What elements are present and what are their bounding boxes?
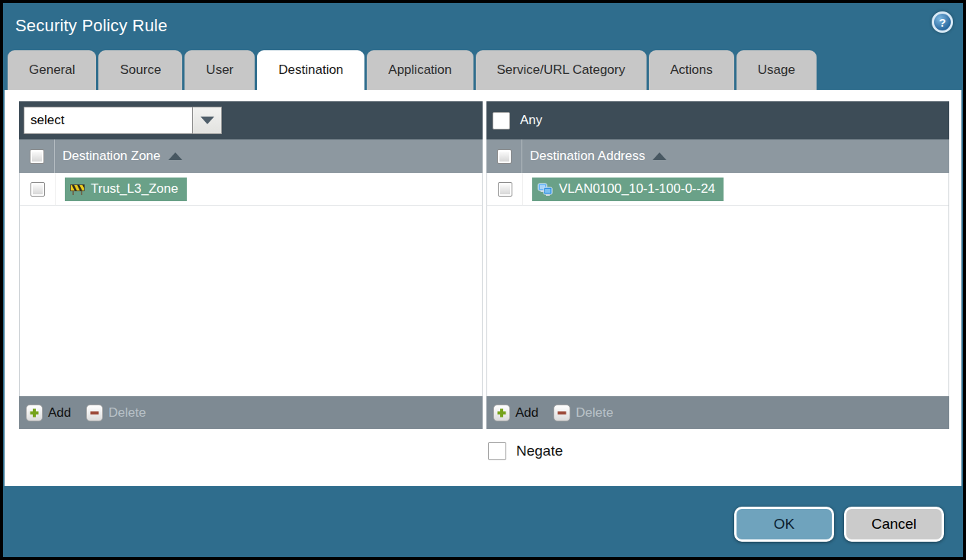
- dialog-footer: OK Cancel: [3, 486, 963, 557]
- address-panel-toolbar-top: Any: [486, 101, 949, 139]
- zone-chip[interactable]: Trust_L3_Zone: [65, 178, 187, 201]
- address-select-all-checkbox[interactable]: [497, 149, 512, 164]
- add-label: Add: [48, 405, 71, 421]
- tab-bar: General Source User Destination Applicat…: [3, 49, 963, 90]
- sort-ascending-icon: [653, 152, 666, 160]
- delete-zone-button[interactable]: Delete: [86, 405, 146, 421]
- address-panel-toolbar-bottom: Add Delete: [486, 396, 949, 429]
- delete-icon: [86, 405, 103, 421]
- address-column-header[interactable]: Destination Address: [486, 139, 949, 173]
- tab-application[interactable]: Application: [367, 50, 473, 90]
- delete-label: Delete: [108, 405, 146, 421]
- tab-actions[interactable]: Actions: [649, 50, 734, 90]
- zone-name: Trust_L3_Zone: [91, 181, 178, 197]
- zone-header-checkbox-cell: [19, 139, 55, 173]
- sort-ascending-icon: [168, 152, 182, 160]
- tab-content: select Destination Zone: [5, 90, 961, 486]
- address-column-label: Destination Address: [530, 149, 645, 164]
- negate-label: Negate: [516, 443, 563, 459]
- address-chip[interactable]: VLAN0100_10-1-100-0--24: [532, 178, 724, 201]
- destination-address-panel: Any Destination Address: [486, 101, 949, 429]
- network-hosts-icon: [538, 183, 553, 196]
- table-row[interactable]: VLAN0100_10-1-100-0--24: [487, 173, 948, 206]
- zone-list: Trust_L3_Zone: [19, 173, 483, 396]
- destination-zone-panel: select Destination Zone: [19, 101, 483, 429]
- delete-icon: [554, 405, 570, 421]
- add-label: Add: [515, 405, 538, 421]
- zone-select-all-checkbox[interactable]: [30, 149, 44, 164]
- tab-general[interactable]: General: [8, 50, 96, 90]
- zone-panel-toolbar-bottom: Add Delete: [19, 396, 483, 429]
- address-name: VLAN0100_10-1-100-0--24: [559, 181, 715, 197]
- tab-usage[interactable]: Usage: [737, 50, 817, 90]
- zone-panel-toolbar-top: select: [19, 101, 483, 139]
- address-row-checkbox[interactable]: [498, 182, 512, 197]
- zone-select-combo: select: [24, 107, 222, 134]
- title-bar: Security Policy Rule ?: [3, 3, 963, 49]
- row-checkbox-cell: [487, 173, 523, 205]
- zone-select-input[interactable]: select: [24, 107, 193, 134]
- negate-checkbox[interactable]: [488, 442, 506, 460]
- row-checkbox-cell: [20, 173, 56, 205]
- screen: Security Policy Rule ? General Source Us…: [0, 0, 966, 560]
- ok-button[interactable]: OK: [734, 507, 834, 542]
- zone-select-dropdown-button[interactable]: [193, 107, 222, 134]
- zone-column-header[interactable]: Destination Zone: [19, 139, 483, 173]
- negate-row: Negate: [488, 442, 563, 460]
- help-icon[interactable]: ?: [932, 11, 953, 33]
- tab-source[interactable]: Source: [98, 50, 182, 90]
- any-label: Any: [520, 113, 542, 128]
- cancel-button[interactable]: Cancel: [844, 507, 944, 542]
- add-icon: [26, 405, 43, 421]
- zone-barrier-icon: [70, 183, 85, 195]
- add-address-button[interactable]: Add: [493, 405, 538, 421]
- address-list: VLAN0100_10-1-100-0--24: [486, 173, 949, 396]
- delete-label: Delete: [576, 405, 613, 421]
- tab-user[interactable]: User: [185, 50, 255, 90]
- delete-address-button[interactable]: Delete: [554, 405, 613, 421]
- chevron-down-icon: [201, 117, 214, 124]
- dialog-title: Security Policy Rule: [15, 16, 168, 36]
- add-icon: [493, 405, 510, 421]
- address-header-checkbox-cell: [486, 139, 522, 173]
- table-row[interactable]: Trust_L3_Zone: [20, 173, 482, 206]
- security-policy-rule-dialog: Security Policy Rule ? General Source Us…: [3, 3, 963, 557]
- zone-row-checkbox[interactable]: [30, 182, 45, 197]
- tab-service-url-category[interactable]: Service/URL Category: [476, 50, 647, 90]
- add-zone-button[interactable]: Add: [26, 405, 71, 421]
- tab-destination[interactable]: Destination: [257, 50, 364, 90]
- zone-column-label: Destination Zone: [63, 149, 161, 164]
- any-checkbox[interactable]: [493, 112, 510, 130]
